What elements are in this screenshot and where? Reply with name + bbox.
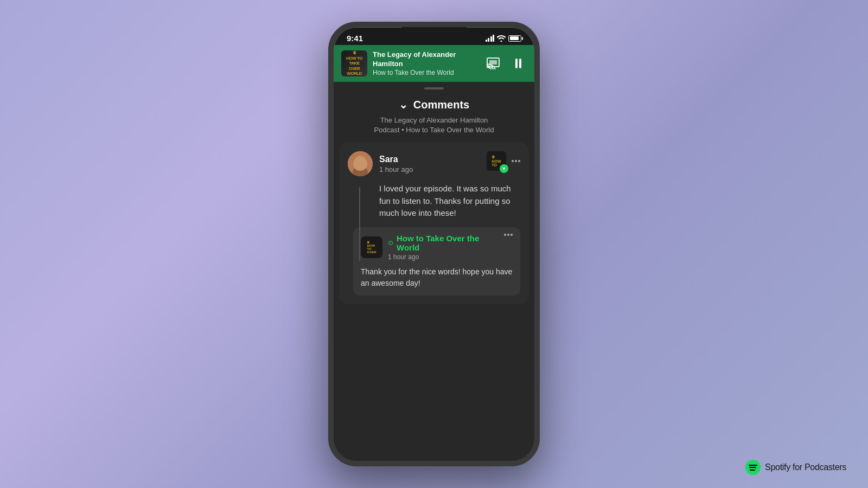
- reply-user-info: ♛HOWTOOVER ⊙ How to Take Over the World …: [361, 234, 504, 261]
- phone-frame: 9:41 ♛HOW TOTAKEOVERWORLD The Legacy of …: [328, 22, 540, 466]
- comment-right: ♛HOWTO ♥: [487, 151, 520, 171]
- comment-user-info: Sara 1 hour ago: [348, 151, 413, 176]
- signal-icon: [486, 35, 495, 42]
- more-options-button[interactable]: [512, 160, 520, 162]
- reply-text: Thank you for the nice words! hope you h…: [361, 266, 513, 289]
- thumbnail-text: ♛HOW TOTAKEOVERWORLD: [341, 50, 367, 76]
- comment-header: Sara 1 hour ago ♛HOWTO ♥: [348, 151, 520, 176]
- content-area: ⌄ Comments The Legacy of Alexander Hamil…: [334, 82, 534, 461]
- heart-badge[interactable]: ♛HOWTO ♥: [487, 151, 506, 171]
- svg-point-4: [353, 166, 368, 176]
- comment-text: I loved your episode. It was so much fun…: [348, 183, 520, 220]
- commenter-username: Sara: [379, 155, 413, 164]
- now-playing-bar[interactable]: ♛HOW TOTAKEOVERWORLD The Legacy of Alexa…: [334, 45, 534, 82]
- status-icons: [486, 35, 522, 42]
- chevron-down-icon[interactable]: ⌄: [399, 98, 408, 111]
- heart-icon: ♥: [500, 164, 508, 173]
- cast-icon[interactable]: [487, 57, 503, 69]
- comments-title: Comments: [413, 99, 469, 111]
- spotify-logo-icon: [745, 460, 761, 475]
- now-playing-podcast-name: The Legacy of Alexander Hamilton: [373, 50, 481, 69]
- branding-text: Spotify for Podcasters: [765, 463, 846, 472]
- battery-icon: [508, 35, 521, 42]
- wifi-icon: [497, 35, 506, 42]
- reply-card: ♛HOWTOOVER ⊙ How to Take Over the World …: [353, 227, 520, 296]
- comments-header: ⌄ Comments The Legacy of Alexander Hamil…: [334, 89, 534, 143]
- comment-time: 1 hour ago: [379, 165, 413, 174]
- now-playing-controls: [487, 55, 527, 72]
- avatar: [348, 151, 373, 176]
- comments-subtitle: The Legacy of Alexander Hamilton Podcast…: [344, 115, 524, 135]
- now-playing-info: The Legacy of Alexander Hamilton How to …: [373, 50, 481, 76]
- reply-more-options-button[interactable]: [504, 234, 513, 236]
- reply-thumbnail: ♛HOWTOOVER: [361, 236, 382, 258]
- phone-notch: [401, 27, 467, 42]
- pause-button[interactable]: [509, 55, 527, 72]
- reply-podcast-name[interactable]: How to Take Over the World: [397, 234, 504, 252]
- svg-rect-1: [489, 60, 497, 65]
- reply-time: 1 hour ago: [388, 253, 504, 261]
- podcast-thumbnail: ♛HOW TOTAKEOVERWORLD: [341, 50, 367, 76]
- status-time: 9:41: [347, 34, 363, 43]
- branding: Spotify for Podcasters: [745, 460, 846, 475]
- comment-card: Sara 1 hour ago ♛HOWTO ♥: [339, 143, 529, 304]
- now-playing-episode-name: How to Take Over the World: [373, 69, 481, 76]
- reply-connector-line: [359, 187, 360, 261]
- svg-point-3: [355, 156, 365, 165]
- reply-header: ♛HOWTOOVER ⊙ How to Take Over the World …: [361, 234, 513, 261]
- location-pin-icon: ⊙: [388, 239, 393, 247]
